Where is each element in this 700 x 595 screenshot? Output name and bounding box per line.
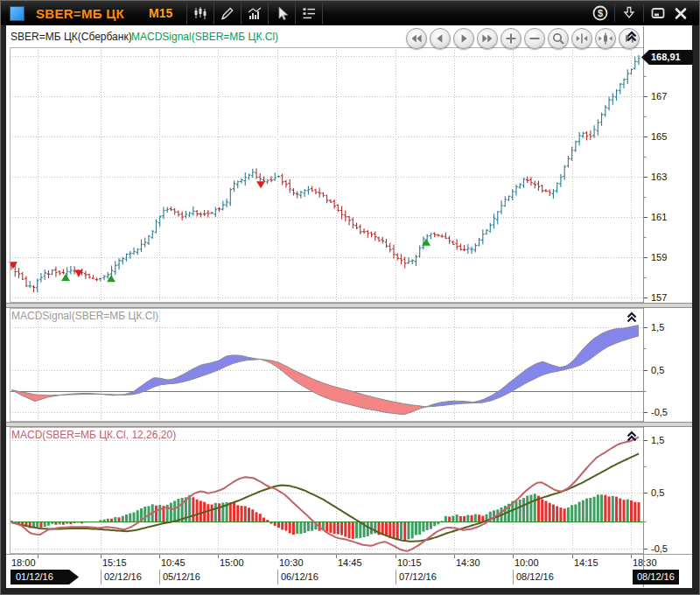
time-axis-label: 14:30 (456, 556, 480, 570)
price-axis-label: 157 (651, 290, 667, 304)
time-axis-label: 14:15 (574, 556, 598, 570)
svg-text:$: $ (598, 8, 603, 18)
time-axis-label: 18:30 (633, 556, 657, 570)
time-axis-label: 10:00 (514, 556, 539, 570)
nav-compress-button[interactable] (571, 28, 592, 49)
indicator-icon[interactable] (241, 2, 268, 24)
window-titlebar: SBER=МБ ЦК M15 (1, 1, 699, 25)
date-axis-label: 07/12/16 (399, 570, 437, 584)
chart-nav-toolbar (406, 28, 640, 49)
macd-panel-label: MACD(SBER=МБ ЦК.Cl, 12,26,20) (11, 429, 176, 441)
nav-zoom-out-button[interactable] (524, 28, 545, 49)
macdsignal-axis-label: 1,5 (651, 320, 664, 334)
terminal-chart-window: SBER=МБ ЦК M15 (0, 0, 700, 595)
price-axis-label: 161 (651, 210, 667, 224)
macd-axis-label: 0,5 (651, 486, 664, 500)
date-axis-badge: 08/12/16 (633, 570, 679, 584)
time-axis-label: 10:45 (161, 556, 186, 570)
close-icon[interactable] (669, 2, 692, 24)
titlebar-divider (614, 4, 615, 22)
levels-icon[interactable] (295, 2, 323, 24)
time-axis-label: 15:15 (102, 556, 127, 570)
chart-type-icon[interactable] (186, 2, 214, 24)
nav-scroll-far-right-button[interactable] (477, 28, 498, 49)
macdsignal-axis-label: -0,5 (651, 405, 668, 419)
collapse-macdsignal-panel-button[interactable] (625, 310, 639, 324)
date-axis-label: 05/12/16 (163, 570, 200, 584)
titlebar-toolbar (186, 2, 323, 24)
nav-scroll-left-button[interactable] (430, 28, 451, 49)
titlebar-window-controls: $ (589, 1, 692, 25)
nav-zoom-in-button[interactable] (500, 28, 522, 49)
chart-canvas-background (6, 25, 692, 588)
price-axis-label: 159 (651, 250, 667, 264)
money-icon[interactable]: $ (589, 2, 612, 24)
cursor-icon[interactable] (268, 2, 295, 24)
collapse-macd-panel-button[interactable] (625, 429, 639, 443)
date-axis-label: 06/12/16 (281, 570, 318, 584)
download-icon[interactable] (618, 2, 640, 24)
nav-zoom-area-button[interactable] (548, 28, 569, 49)
time-axis-label: 10:15 (397, 556, 422, 570)
time-axis-label: 10:30 (279, 556, 304, 570)
date-axis-label: 08/12/16 (516, 570, 554, 584)
time-axis-label: 15:00 (220, 556, 244, 570)
macdsignal-panel-label: MACDSignal(SBER=МБ ЦК.Cl) (11, 310, 158, 322)
nav-scroll-right-button[interactable] (453, 28, 474, 49)
chart-instrument-title: SBER=МБ ЦК(Сбербанк) (10, 31, 132, 43)
restore-icon[interactable] (647, 2, 669, 24)
instrument-logo-icon (10, 6, 24, 21)
draw-pencil-icon[interactable] (214, 2, 241, 24)
collapse-price-panel-button[interactable] (625, 29, 639, 43)
nav-candle-width-button[interactable] (595, 28, 616, 49)
macd-axis-label: -0,5 (651, 542, 668, 556)
titlebar-divider (643, 4, 644, 22)
date-axis-badge: 01/12/16 (10, 570, 79, 584)
time-axis-label: 14:45 (338, 556, 362, 570)
time-axis-label: 18:00 (11, 556, 36, 570)
chart-indicator-title: MACDSignal(SBER=МБ ЦК.Cl) (131, 31, 278, 43)
titlebar-symbol: SBER=МБ ЦК (36, 6, 124, 21)
last-price-badge: 168,91 (641, 50, 693, 65)
nav-scroll-far-left-button[interactable] (406, 28, 427, 49)
titlebar-timeframe: M15 (149, 6, 172, 20)
price-axis-label: 163 (651, 170, 667, 184)
price-axis-label: 167 (651, 89, 667, 103)
date-axis-label: 02/12/16 (104, 570, 142, 584)
macd-axis-label: 1,5 (651, 433, 664, 447)
price-axis-label: 165 (651, 130, 667, 144)
macdsignal-axis-label: 0,5 (651, 363, 664, 377)
